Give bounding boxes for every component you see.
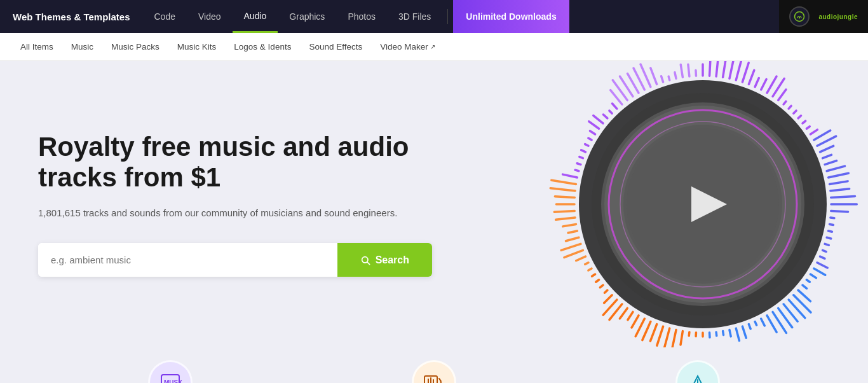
svg-line-78 (657, 326, 663, 345)
svg-line-96 (561, 244, 581, 250)
svg-line-93 (585, 263, 588, 265)
svg-line-79 (650, 324, 656, 341)
sub-navigation: All Items Music Music Packs Music Kits L… (0, 33, 868, 61)
svg-line-128 (675, 73, 676, 79)
music-category-icon: MUSIC (148, 360, 193, 383)
svg-line-88 (604, 290, 607, 293)
svg-line-57 (794, 295, 811, 312)
nav-link-graphics[interactable]: Graphics (278, 0, 336, 33)
subnav-music[interactable]: Music (64, 33, 101, 60)
svg-line-22 (767, 76, 776, 93)
hero-section: Royalty free music and audio tracks from… (0, 61, 868, 347)
categories-section: MUSIC (0, 347, 868, 383)
svg-line-95 (564, 250, 583, 257)
svg-line-106 (563, 174, 578, 178)
svg-line-47 (827, 237, 831, 239)
svg-line-26 (789, 106, 791, 108)
top-navigation: Web Themes & Templates Code Video Audio … (0, 0, 868, 33)
svg-line-80 (642, 322, 651, 340)
svg-line-18 (742, 63, 749, 82)
svg-line-15 (723, 61, 726, 77)
search-input[interactable] (38, 243, 337, 277)
svg-line-82 (632, 316, 639, 328)
svg-line-125 (651, 68, 657, 85)
svg-line-94 (576, 256, 586, 261)
svg-line-20 (755, 78, 759, 87)
nav-link-photos[interactable]: Photos (336, 0, 387, 33)
subnav-all-items[interactable]: All Items (13, 33, 61, 60)
svg-line-110 (581, 150, 586, 152)
search-bar: Search (38, 243, 432, 277)
svg-line-75 (681, 331, 682, 345)
svg-line-44 (831, 218, 834, 218)
svg-line-77 (663, 328, 669, 347)
svg-line-43 (831, 211, 848, 212)
svg-line-118 (612, 104, 616, 109)
category-music[interactable]: MUSIC (38, 347, 302, 383)
svg-line-66 (742, 326, 746, 338)
svg-line-83 (628, 312, 633, 319)
svg-line-35 (823, 155, 832, 158)
svg-line-109 (580, 157, 583, 158)
svg-line-105 (552, 180, 576, 184)
nav-links-group: Code Video Audio Graphics Photos 3D File… (143, 0, 443, 33)
svg-line-48 (825, 244, 829, 245)
svg-line-25 (783, 101, 786, 104)
svg-line-55 (803, 285, 807, 288)
brand-logo[interactable]: Web Themes & Templates (0, 0, 143, 33)
svg-line-63 (761, 319, 765, 326)
svg-text:MUSIC: MUSIC (164, 379, 182, 383)
svg-line-115 (593, 116, 603, 123)
hero-content: Royalty free music and audio tracks from… (38, 132, 432, 277)
search-icon (360, 255, 370, 265)
svg-line-17 (736, 61, 741, 80)
category-sfx[interactable] (302, 347, 566, 383)
search-button[interactable]: Search (337, 243, 432, 277)
svg-line-91 (592, 274, 595, 276)
aj-icon-circle (789, 6, 810, 27)
svg-line-97 (566, 237, 578, 240)
subnav-music-kits[interactable]: Music Kits (170, 33, 224, 60)
nav-link-code[interactable]: Code (143, 0, 187, 33)
svg-line-84 (620, 308, 627, 318)
svg-line-29 (803, 121, 806, 123)
svg-line-103 (555, 197, 574, 198)
category-kits[interactable] (566, 347, 830, 383)
nav-link-audio[interactable]: Audio (233, 0, 278, 33)
subnav-music-packs[interactable]: Music Packs (104, 33, 167, 60)
svg-line-52 (814, 268, 825, 275)
svg-line-36 (825, 161, 836, 165)
svg-line-2 (367, 262, 370, 265)
svg-line-127 (668, 76, 670, 80)
svg-line-65 (749, 324, 750, 329)
svg-line-112 (588, 138, 592, 140)
svg-line-13 (710, 61, 711, 76)
svg-line-31 (810, 130, 817, 134)
subnav-video-maker[interactable]: Video Maker (372, 33, 443, 60)
svg-line-114 (589, 122, 599, 129)
svg-line-113 (590, 131, 595, 134)
svg-line-67 (736, 328, 739, 340)
svg-line-21 (761, 80, 766, 90)
svg-line-74 (689, 332, 689, 336)
nav-link-video[interactable]: Video (187, 0, 233, 33)
svg-line-117 (609, 111, 612, 113)
audiojungle-logo[interactable]: audiojungle (779, 0, 868, 33)
sfx-category-icon (412, 360, 456, 383)
hero-title: Royalty free music and audio tracks from… (38, 132, 432, 193)
subnav-sound-effects[interactable]: Sound Effects (301, 33, 370, 60)
svg-line-28 (798, 116, 801, 118)
svg-line-92 (588, 268, 592, 270)
svg-line-39 (830, 181, 848, 185)
svg-point-0 (795, 12, 804, 22)
svg-line-45 (830, 225, 834, 225)
svg-line-69 (723, 331, 724, 335)
svg-line-37 (827, 166, 844, 171)
svg-line-100 (556, 218, 575, 219)
nav-link-3d[interactable]: 3D Files (387, 0, 442, 33)
unlimited-downloads-link[interactable]: Unlimited Downloads (453, 0, 569, 33)
subnav-logos-idents[interactable]: Logos & Idents (226, 33, 299, 60)
svg-line-64 (755, 322, 756, 325)
svg-line-70 (716, 332, 717, 336)
svg-line-32 (814, 130, 831, 140)
